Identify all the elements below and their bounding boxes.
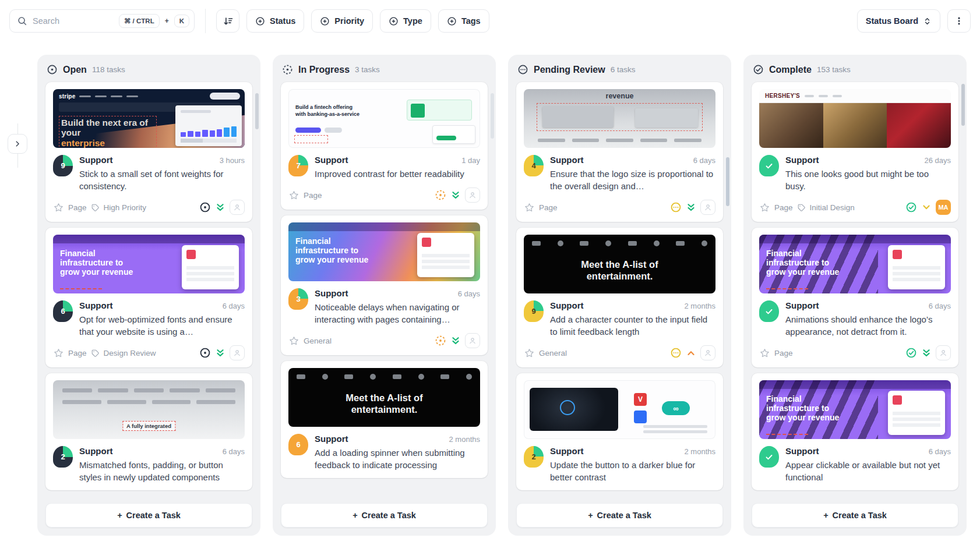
search-input-container[interactable]: ⌘ / CTRL + K (9, 9, 195, 33)
status-in-progress-dashed-circle-icon[interactable] (435, 335, 446, 346)
task-card[interactable]: Financial infrastructure to grow your re… (45, 228, 252, 367)
create-task-button[interactable]: +Create a Task (516, 503, 723, 528)
filter-type-button[interactable]: Type (380, 9, 431, 33)
column-complete: Complete 153 tasks HERSHEY'S Support 26 … (743, 55, 967, 536)
task-description: Animations should enhance the logo’s app… (785, 313, 951, 338)
task-card[interactable]: Financial infrastructure to grow your re… (752, 373, 958, 490)
star-icon[interactable] (53, 202, 64, 213)
status-open-circle-dot-icon[interactable] (199, 201, 211, 213)
column-scrollbar[interactable] (961, 84, 965, 126)
tag-icon (797, 203, 806, 212)
column-scrollbar[interactable] (491, 93, 494, 139)
column-scroll-area[interactable]: revenue 4 Support 6 days Ensure that the… (508, 80, 731, 497)
priority-lowest-double-chevron-down-icon[interactable] (451, 190, 460, 200)
task-title: Support (315, 288, 348, 298)
thumb-photo-strip (759, 103, 951, 148)
filter-tags-button[interactable]: Tags (438, 9, 489, 33)
assignee-placeholder-icon[interactable] (465, 333, 480, 348)
create-task-button[interactable]: +Create a Task (752, 503, 958, 528)
column-title: Pending Review (534, 65, 605, 75)
star-icon[interactable] (288, 190, 299, 201)
search-input[interactable] (33, 16, 114, 26)
status-in-progress-dashed-circle-icon[interactable] (435, 189, 446, 201)
task-title: Support (785, 155, 819, 165)
status-pending-review-circle-ellipsis-icon[interactable] (670, 347, 682, 359)
status-pending-review-circle-ellipsis-icon[interactable] (670, 201, 682, 213)
thumb-text-lines (643, 430, 707, 433)
assignee-placeholder-icon[interactable] (700, 345, 715, 360)
assignee-placeholder-icon[interactable] (465, 187, 480, 203)
task-card[interactable]: stripe Build the next era of yourenterpr… (45, 82, 252, 222)
task-count-badge: 6 (53, 300, 73, 322)
column-header: Complete 153 tasks (743, 55, 967, 80)
sort-button[interactable] (216, 9, 239, 33)
status-open-circle-dot-icon[interactable] (199, 347, 211, 359)
star-icon[interactable] (524, 348, 535, 359)
priority-lowest-double-chevron-down-icon[interactable] (216, 203, 225, 212)
task-tag-label[interactable]: High Priority (104, 203, 147, 212)
task-type-label[interactable]: Page (68, 203, 87, 212)
star-icon[interactable] (524, 202, 535, 213)
task-tag-label[interactable]: Initial Design (810, 203, 855, 212)
task-title: Support (79, 300, 113, 310)
task-card[interactable]: Financial infrastructure to grow your re… (281, 215, 488, 355)
priority-low-chevron-down-icon[interactable] (922, 203, 931, 212)
filter-priority-button[interactable]: Priority (311, 9, 373, 33)
task-card[interactable]: Build a fintech offering with banking-as… (281, 82, 488, 210)
priority-lowest-double-chevron-down-icon[interactable] (451, 336, 460, 345)
priority-lowest-double-chevron-down-icon[interactable] (922, 348, 931, 358)
thumb-caption: A fully integrated (122, 421, 175, 431)
column-scrollbar[interactable] (726, 157, 729, 206)
task-card[interactable]: A fully integrated 2 Support 6 days Mism… (45, 373, 252, 490)
task-title: Support (315, 155, 348, 165)
column-title: In Progress (298, 65, 350, 75)
task-card[interactable]: V ∞ 2 Support 2 months Update the button… (516, 373, 723, 490)
column-open: Open 118 tasks stripe Build the next era… (37, 55, 260, 536)
priority-high-chevron-up-icon[interactable] (686, 348, 696, 358)
column-scroll-area[interactable]: Build a fintech offering with banking-as… (273, 80, 496, 497)
priority-lowest-double-chevron-down-icon[interactable] (686, 203, 696, 212)
star-icon[interactable] (53, 348, 64, 359)
view-switcher-button[interactable]: Status Board (857, 9, 940, 33)
task-type-label[interactable]: Page (304, 191, 322, 200)
star-icon[interactable] (288, 335, 299, 346)
task-card[interactable]: revenue 4 Support 6 days Ensure that the… (516, 82, 723, 222)
column-scrollbar[interactable] (255, 93, 259, 129)
column-scroll-area[interactable]: stripe Build the next era of yourenterpr… (37, 80, 260, 497)
status-complete-check-circle-icon[interactable] (905, 347, 917, 359)
task-card[interactable]: Meet the A-list ofentertainment. 9 Suppo… (516, 228, 723, 367)
open-circle-dot-icon (47, 64, 58, 75)
task-card[interactable]: HERSHEY'S Support 26 days This one looks… (752, 82, 958, 222)
thumb-nav: stripe (59, 93, 240, 100)
task-type-label[interactable]: Page (68, 349, 87, 358)
pending-review-circle-ellipsis-icon (517, 64, 528, 75)
assignee-avatar[interactable]: MA (936, 200, 951, 215)
task-time: 6 days (458, 289, 480, 298)
task-type-label[interactable]: Page (774, 349, 793, 358)
task-tag-label[interactable]: Design Review (104, 349, 156, 358)
create-task-button[interactable]: +Create a Task (281, 503, 488, 528)
sidebar-expand-button[interactable] (8, 134, 27, 154)
task-time: 6 days (223, 447, 245, 456)
assignee-placeholder-icon[interactable] (230, 200, 245, 215)
task-type-label[interactable]: Page (774, 203, 793, 212)
more-menu-button[interactable] (947, 9, 971, 33)
assignee-placeholder-icon[interactable] (936, 345, 951, 360)
star-icon[interactable] (759, 348, 770, 359)
priority-lowest-double-chevron-down-icon[interactable] (216, 348, 225, 358)
task-card[interactable]: Meet the A-list ofentertainment. 6 Suppo… (281, 361, 488, 478)
create-task-button[interactable]: +Create a Task (45, 503, 252, 528)
task-thumbnail: Financial infrastructure to grow your re… (288, 222, 480, 281)
assignee-placeholder-icon[interactable] (700, 200, 715, 215)
filter-status-button[interactable]: Status (246, 9, 304, 33)
column-scroll-area[interactable]: HERSHEY'S Support 26 days This one looks… (743, 80, 967, 497)
assignee-placeholder-icon[interactable] (230, 345, 245, 360)
status-complete-check-circle-icon[interactable] (905, 201, 917, 213)
task-complete-badge (759, 155, 779, 176)
task-type-label[interactable]: General (304, 337, 332, 345)
task-type-label[interactable]: General (539, 349, 567, 358)
task-title: Support (550, 155, 584, 165)
task-type-label[interactable]: Page (539, 203, 558, 212)
task-card[interactable]: Financial infrastructure to grow your re… (752, 228, 958, 367)
star-icon[interactable] (759, 202, 770, 213)
